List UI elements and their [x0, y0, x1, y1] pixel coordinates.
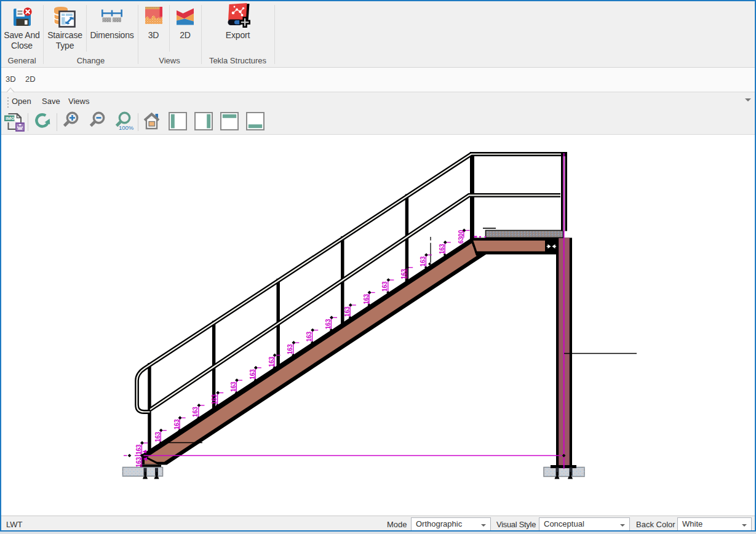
svg-text:163: 163 [135, 456, 142, 467]
svg-text:163: 163 [268, 356, 275, 367]
svg-text:163: 163 [420, 256, 426, 266]
svg-text:163: 163 [154, 431, 161, 442]
svg-text:163: 163 [211, 394, 218, 404]
svg-text:100%: 100% [119, 124, 134, 131]
svg-text:163: 163 [344, 306, 351, 317]
svg-text:163: 163 [325, 319, 332, 329]
svg-text:163: 163 [192, 407, 199, 417]
svg-text:163: 163 [173, 419, 180, 429]
svg-text:163: 163 [287, 344, 293, 354]
svg-text:163: 163 [363, 293, 370, 304]
svg-text:163: 163 [249, 369, 256, 380]
svg-text:6300: 6300 [458, 229, 464, 244]
svg-text:163: 163 [306, 331, 312, 341]
svg-text:163: 163 [230, 381, 237, 392]
svg-text:163: 163 [439, 244, 445, 254]
svg-text:163: 163 [400, 269, 407, 279]
svg-text:163: 163 [135, 444, 142, 455]
svg-text:IMG: IMG [6, 116, 15, 121]
svg-text:163: 163 [381, 281, 388, 292]
